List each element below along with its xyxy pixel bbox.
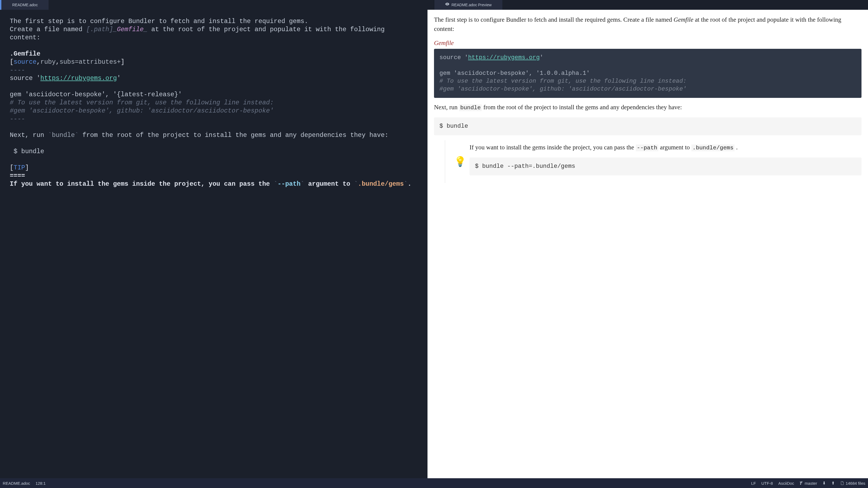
code: source ' — [439, 54, 468, 61]
backtick: ` — [404, 180, 408, 188]
comma: , — [37, 58, 40, 66]
bracket: ] — [25, 164, 29, 171]
preview-paragraph: The first step is to configure Bundler t… — [434, 15, 862, 34]
rubygems-link[interactable]: https://rubygems.org — [40, 74, 117, 82]
source-title: .Gemfile — [10, 50, 40, 58]
path-value: Gemfile — [117, 26, 144, 33]
kw-subs: subs=attributes+ — [59, 58, 121, 66]
bracket: [ — [10, 164, 13, 171]
tab-readme-source[interactable]: README.adoc — [1, 0, 49, 10]
branch-name: master — [805, 481, 817, 486]
code-comment: #gem 'asciidoctor-bespoke', github: 'asc… — [439, 86, 686, 93]
code-listing: source 'https://rubygems.org' gem 'ascii… — [434, 49, 862, 98]
backtick: ` — [75, 131, 79, 139]
code: gem 'asciidoctor-bespoke', '1.0.0.alpha.… — [439, 70, 590, 77]
backtick: ` — [354, 180, 358, 188]
tip-keyword: TIP — [13, 164, 25, 171]
text: argument to — [658, 144, 691, 151]
source-text: from the root of the project to install … — [79, 131, 389, 139]
status-bar: README.adoc 128:1 LF UTF-8 AsciiDoc mast… — [0, 478, 868, 488]
underscore: _ — [113, 26, 117, 33]
editor-pane[interactable]: The first step is to configure Bundler t… — [0, 10, 428, 478]
text: If you want to install the gems inside t… — [469, 144, 636, 151]
code-listing: $ bundle --path=.bundle/gems — [469, 158, 862, 175]
git-push-icon[interactable]: ⬆ — [831, 481, 835, 486]
path-attr: [.path] — [86, 26, 113, 33]
listing-dashes: ---- — [10, 66, 25, 74]
bracket: [ — [10, 58, 13, 66]
source-text: Create a file named — [10, 26, 86, 33]
backtick: ` — [301, 180, 304, 188]
preview-pane[interactable]: The first step is to configure Bundler t… — [428, 10, 868, 478]
file-count: 14684 files — [845, 481, 865, 486]
status-encoding[interactable]: UTF-8 — [762, 481, 773, 486]
listing-dashes: ---- — [10, 115, 25, 123]
code-comment: # To use the latest version from git, us… — [439, 78, 686, 85]
code: ' — [540, 54, 543, 61]
ruby-source: ' — [117, 74, 121, 82]
inline-code: bundle — [52, 131, 75, 139]
tab-readme-preview[interactable]: README.adoc Preview — [434, 0, 503, 10]
tab-bar: README.adoc README.adoc Preview — [0, 0, 868, 10]
status-eol[interactable]: LF — [751, 481, 756, 486]
path-flag: --path — [278, 180, 301, 188]
status-branch[interactable]: master — [800, 481, 817, 486]
tip-block: 💡 If you want to install the gems inside… — [445, 140, 862, 183]
preview-paragraph: Next, run bundle from the root of the pr… — [434, 103, 862, 112]
tip-paragraph: If you want to install the gems inside t… — [469, 143, 862, 153]
rubygems-link[interactable]: https://rubygems.org — [468, 54, 540, 61]
comma: , — [56, 58, 59, 66]
text: Next, run — [434, 104, 459, 110]
text: from the root of the project to install … — [482, 104, 682, 110]
tab-label: README.adoc — [12, 0, 38, 10]
backtick: ` — [274, 180, 278, 188]
source-text: The first step is to configure Bundler t… — [10, 18, 308, 25]
status-files[interactable]: 14684 files — [840, 481, 865, 486]
file-icon — [840, 481, 844, 485]
tip-text: argument to — [304, 180, 354, 188]
text: . — [735, 144, 738, 151]
bracket: ] — [121, 58, 124, 66]
eye-icon — [445, 0, 450, 10]
status-cursor[interactable]: 128:1 — [35, 481, 46, 486]
kw-source: source — [13, 58, 37, 66]
path-arg: .bundle/gems — [358, 180, 404, 188]
gem-line: gem 'asciidoctor-bespoke', '{latest-rele… — [10, 91, 182, 98]
git-branch-icon — [800, 481, 803, 485]
bundle-cmd: $ bundle — [10, 148, 44, 155]
git-pull-icon[interactable]: ⬇ — [823, 481, 826, 486]
ruby-comment: # To use the latest version from git, us… — [10, 99, 274, 106]
tip-text: . — [408, 180, 411, 188]
kw-ruby: ruby — [40, 58, 56, 66]
status-grammar[interactable]: AsciiDoc — [778, 481, 794, 486]
ruby-comment: #gem 'asciidoctor-bespoke', github: 'asc… — [10, 107, 274, 115]
main-panes: The first step is to configure Bundler t… — [0, 10, 868, 478]
source-text: Next, run — [10, 131, 48, 139]
text: The first step is to configure Bundler t… — [434, 16, 674, 23]
backtick: ` — [48, 131, 52, 139]
lightbulb-icon: 💡 — [454, 157, 466, 166]
inline-code: --path — [636, 144, 659, 151]
path-em: Gemfile — [674, 16, 693, 23]
underscore: _ — [144, 26, 148, 33]
tip-text: If you want to install the gems inside t… — [10, 180, 274, 188]
inline-code: bundle — [459, 104, 482, 111]
status-filename[interactable]: README.adoc — [3, 481, 30, 486]
tip-delim: ==== — [10, 172, 25, 180]
listing-title: Gemfile — [434, 38, 862, 48]
inline-code: .bundle/gems — [691, 144, 735, 151]
tab-label: README.adoc Preview — [452, 0, 492, 10]
code-listing: $ bundle — [434, 118, 862, 135]
ruby-source: source ' — [10, 74, 40, 82]
